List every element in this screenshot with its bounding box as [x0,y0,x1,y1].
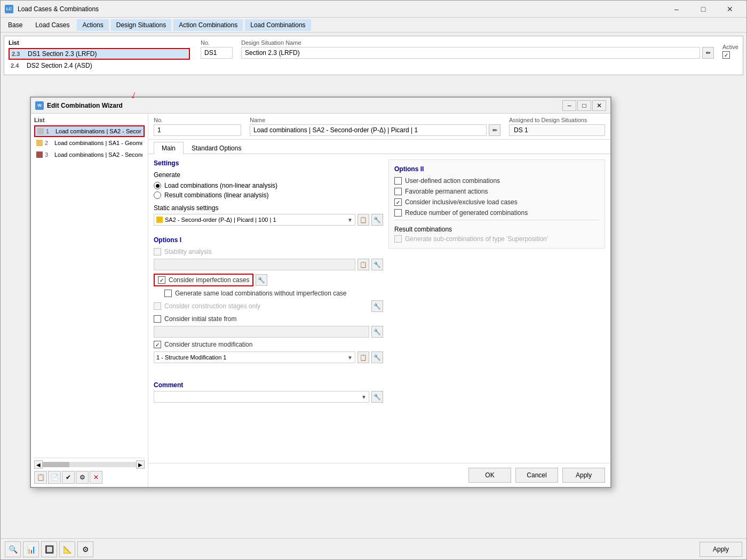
static-analysis-icon2[interactable]: 🔧 [371,214,383,226]
list-item-name-3: Load combinations | SA2 - Second-o [54,151,142,158]
structure-mod-arrow: ▼ [347,355,353,361]
dsname-edit-button[interactable]: ✏ [702,47,714,59]
dialog-title-left: W Edit Combination Wizard [35,101,123,110]
edit-combination-dialog: W Edit Combination Wizard – □ ✕ List [30,97,611,488]
structure-mod-icon1[interactable]: 📋 [357,351,369,363]
combo-name-input[interactable] [250,124,487,136]
inclusive-checkbox[interactable] [394,198,402,206]
imperfection-row-highlighted[interactable]: Consider imperfection cases [154,274,253,286]
stability-checkbox[interactable] [154,248,161,255]
ds-list-item-1[interactable]: 2.3 DS1 Section 2.3 (LRFD) [9,48,190,60]
bottom-tool-2[interactable]: 📊 [23,541,39,557]
dialog-maximize-button[interactable]: □ [577,100,591,111]
cancel-button[interactable]: Cancel [515,468,558,483]
menu-action-combinations[interactable]: Action Combinations [173,19,243,31]
settings-column: Settings Generate Load combinations (non… [154,159,383,458]
dialog-list-panel: List 1 Load combinations | SA2 - Second-… [31,114,148,487]
stability-icon2[interactable]: 🔧 [371,259,383,270]
main-apply-button[interactable]: Apply [700,542,742,557]
dialog-list-item-2[interactable]: 2 Load combinations | SA1 - Geometri [34,137,145,149]
minimize-button[interactable]: – [664,4,689,14]
comment-icon[interactable]: 🔧 [371,391,383,403]
construction-checkbox[interactable] [154,302,161,310]
initial-state-row: Consider initial state from [154,315,383,323]
combo-no-input[interactable] [154,124,241,136]
assigned-value-text: DS 1 [514,126,528,134]
imperfection-checkbox[interactable] [158,276,165,284]
structure-mod-input-row: 1 - Structure Modification 1 ▼ 📋 🔧 [154,351,383,363]
title-bar: LC Load Cases & Combinations – □ ✕ [1,1,746,18]
scroll-bar[interactable]: ◀ ▶ [34,460,145,469]
delete-button[interactable]: ✕ [90,471,102,484]
scroll-left-button[interactable]: ◀ [34,460,43,469]
generate-sub-checkbox[interactable] [394,235,402,243]
favorable-checkbox[interactable] [394,188,402,195]
bottom-tool-3[interactable]: 🔲 [41,541,57,557]
reduce-number-row: Reduce number of generated combinations [394,209,599,217]
close-button[interactable]: ✕ [718,4,742,14]
menu-load-combinations[interactable]: Load Combinations [245,19,311,31]
tab-content: Settings Generate Load combinations (non… [148,154,610,463]
ds-list-section: List 2.3 DS1 Section 2.3 (LRFD) 2.4 DS2 … [9,39,190,71]
generate-same-checkbox[interactable] [164,290,172,297]
dialog-list-item-3[interactable]: 3 Load combinations | SA2 - Second-o [34,149,145,161]
scroll-thumb[interactable] [43,462,69,467]
active-checkbox[interactable] [722,51,730,59]
user-defined-label: User-defined action combinations [405,177,500,185]
user-defined-checkbox[interactable] [394,177,402,185]
comment-select[interactable]: ▼ [154,391,369,403]
reduce-checkbox[interactable] [394,209,402,217]
structure-mod-icon2[interactable]: 🔧 [371,351,383,363]
bottom-tool-4[interactable]: 📐 [59,541,75,557]
ok-button[interactable]: OK [468,468,511,483]
dialog-close-button[interactable]: ✕ [592,100,606,111]
scroll-track[interactable] [43,462,136,467]
initial-state-input-row: 🔧 [154,326,383,338]
dialog-title-controls: – □ ✕ [562,100,606,111]
generate-same-row: Generate same load combinations without … [164,290,383,297]
combo-name-edit-button[interactable]: ✏ [489,124,500,136]
list-num-1: 1 [46,128,53,134]
ds-num-1: 2.3 [12,51,25,57]
radio-result-combinations[interactable]: Result combinations (linear analysis) [154,191,383,199]
scroll-right-button[interactable]: ▶ [136,460,145,469]
ds-no-input[interactable] [201,47,233,59]
initial-state-checkbox[interactable] [154,315,161,323]
copy-button[interactable]: 📄 [48,471,61,484]
bottom-tool-5[interactable]: ⚙ [77,541,93,557]
radio-load-combinations[interactable]: Load combinations (non-linear analysis) [154,182,383,189]
list-divider [34,458,145,458]
add-button[interactable]: 📋 [34,471,47,484]
dsname-input[interactable] [241,47,700,59]
static-analysis-value: SA2 - Second-order (P-Δ) | Picard | 100 … [165,217,276,223]
settings-button[interactable]: ⚙ [76,471,89,484]
menu-design-situations[interactable]: Design Situations [111,19,171,31]
dialog-minimize-button[interactable]: – [562,100,576,111]
static-analysis-select[interactable]: SA2 - Second-order (P-Δ) | Picard | 100 … [154,214,355,226]
construction-icon[interactable]: 🔧 [371,300,383,312]
ds-list-item-2[interactable]: 2.4 DS2 Section 2.4 (ASD) [9,60,190,71]
structure-mod-checkbox[interactable] [154,341,161,348]
maximize-button[interactable]: □ [691,4,716,14]
no-field-group: No. [201,39,233,59]
bottom-right: Apply [700,542,742,557]
tab-main[interactable]: Main [154,142,184,154]
dialog-content: List 1 Load combinations | SA2 - Second-… [31,114,610,487]
tab-standard-options[interactable]: Standard Options [184,142,249,154]
dialog-apply-button[interactable]: Apply [562,468,605,483]
menu-load-cases[interactable]: Load Cases [30,19,75,31]
check-button[interactable]: ✔ [62,471,75,484]
bottom-tool-1[interactable]: 🔍 [5,541,21,557]
stability-label: Stability analysis [164,248,212,255]
structure-mod-select[interactable]: 1 - Structure Modification 1 ▼ [154,351,355,363]
dialog-list-item-1[interactable]: 1 Load combinations | SA2 - Second-o [34,125,145,137]
static-analysis-row: SA2 - Second-order (P-Δ) | Picard | 100 … [154,214,383,226]
menu-actions[interactable]: Actions [77,19,108,31]
menu-base[interactable]: Base [3,19,28,31]
dialog-icon: W [35,101,44,110]
stability-icon1[interactable]: 📋 [357,259,369,270]
initial-state-icon[interactable]: 🔧 [371,326,383,338]
static-analysis-icon1[interactable]: 📋 [357,214,369,226]
active-field-group: Active [722,44,738,59]
imperfection-icon-btn[interactable]: 🔧 [256,274,267,286]
